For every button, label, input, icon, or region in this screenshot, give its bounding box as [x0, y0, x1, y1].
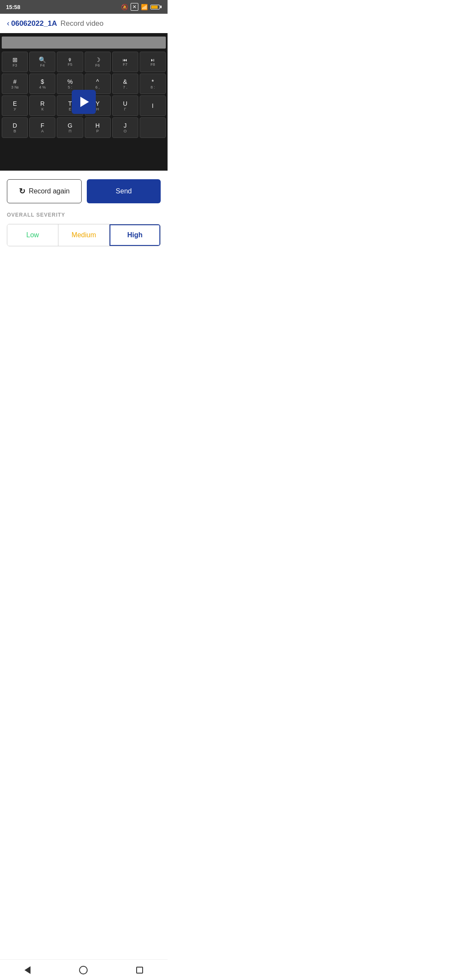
kb-key: UГ — [112, 95, 138, 116]
severity-buttons: Low Medium High — [7, 224, 161, 246]
header-title-sub: Record video — [61, 19, 104, 28]
record-again-button[interactable]: ↻ Record again — [7, 179, 82, 203]
action-buttons: ↻ Record again Send — [0, 171, 168, 212]
kb-key: HР — [85, 117, 111, 138]
kb-key: *8 : — [140, 74, 166, 94]
play-button[interactable] — [72, 90, 96, 114]
status-icons: 🔕 ✕ 📶 — [121, 3, 162, 11]
wifi-icon: 📶 — [141, 4, 148, 10]
battery-icon — [150, 5, 162, 9]
mute-icon: 🔕 — [121, 4, 128, 10]
severity-medium-button[interactable]: Medium — [58, 224, 110, 246]
kb-key: ⏯F8 — [140, 52, 166, 72]
send-button[interactable]: Send — [87, 179, 161, 203]
header: ‹ 06062022_1A Record video — [0, 14, 168, 33]
header-title-main: 06062022_1A — [11, 19, 57, 28]
kb-key — [140, 117, 166, 138]
status-time: 15:58 — [6, 4, 20, 10]
kb-key: GП — [57, 117, 83, 138]
kb-key: &7 . — [112, 74, 138, 94]
kb-key: ☽F6 — [85, 52, 111, 72]
record-again-label: Record again — [29, 187, 70, 195]
keyboard-bezel — [2, 37, 166, 49]
close-icon: ✕ — [131, 3, 138, 11]
kb-key: $4 % — [29, 74, 55, 94]
kb-key: #3 № — [2, 74, 28, 94]
back-button[interactable]: ‹ — [7, 19, 9, 28]
kb-key: ⊞F3 — [2, 52, 28, 72]
play-icon — [80, 97, 89, 107]
kb-key: EУ — [2, 95, 28, 116]
status-bar: 15:58 🔕 ✕ 📶 — [0, 0, 168, 14]
kb-key: 🔍F4 — [29, 52, 55, 72]
severity-label: OVERALL SEVERITY — [7, 212, 161, 218]
kb-key: ⏮F7 — [112, 52, 138, 72]
send-label: Send — [116, 187, 131, 195]
kb-key: DВ — [2, 117, 28, 138]
kb-key: JО — [112, 117, 138, 138]
severity-high-button[interactable]: High — [110, 224, 160, 246]
kb-key: I — [140, 95, 166, 116]
kb-row-function: ⊞F3 🔍F4 🎙F5 ☽F6 ⏮F7 ⏯F8 — [2, 52, 166, 72]
severity-section: OVERALL SEVERITY Low Medium High — [0, 212, 168, 255]
kb-key: 🎙F5 — [57, 52, 83, 72]
severity-low-button[interactable]: Low — [7, 224, 58, 246]
kb-key: FА — [29, 117, 55, 138]
kb-row-asdf: DВ FА GП HР JО — [2, 117, 166, 138]
refresh-icon: ↻ — [19, 187, 25, 196]
main-content: ‹ 06062022_1A Record video ⊞F3 🔍F4 🎙F5 ☽… — [0, 14, 168, 281]
kb-key: RК — [29, 95, 55, 116]
video-player[interactable]: ⊞F3 🔍F4 🎙F5 ☽F6 ⏮F7 ⏯F8 #3 № $4 % %5 : ^… — [0, 33, 168, 171]
